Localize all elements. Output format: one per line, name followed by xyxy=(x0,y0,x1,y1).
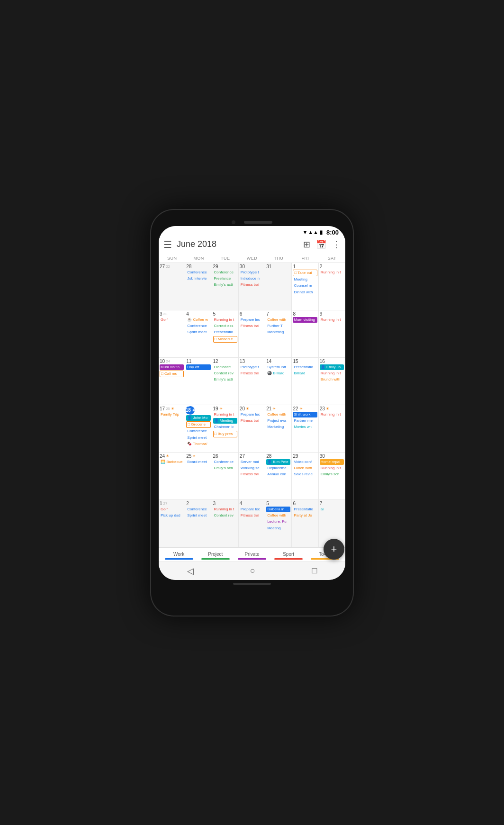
calendar-event[interactable]: Sprint meet xyxy=(186,435,210,441)
calendar-event[interactable]: Sprint meet xyxy=(186,329,210,335)
day-cell[interactable]: 23☀Running in t xyxy=(319,405,345,453)
calendar-event[interactable]: Freelance xyxy=(213,276,237,281)
day-cell[interactable]: 25☀Board meet xyxy=(185,453,212,500)
calendar-event[interactable]: □ Call mu xyxy=(160,371,184,377)
calendar-event[interactable]: Conference xyxy=(213,459,237,465)
calendar-event[interactable]: Correct ess xyxy=(213,323,237,329)
day-cell[interactable]: 1024Mum visitin□ Call mu xyxy=(159,358,185,405)
day-cell[interactable]: 26ConferenceEmily's acti xyxy=(212,453,239,500)
calendar-event[interactable]: Counsel m xyxy=(293,283,317,289)
day-cell[interactable]: 11Day off xyxy=(185,358,212,405)
day-cell[interactable]: 7Coffee withFurther TiMarketing xyxy=(265,310,292,358)
calendar-event[interactable]: Board meet xyxy=(186,459,210,465)
day-cell[interactable]: 1725☀Family Trip xyxy=(159,405,185,453)
category-tab-project[interactable]: Project xyxy=(201,552,230,560)
calendar-event[interactable]: Emily's acti xyxy=(213,377,237,382)
calendar-event[interactable]: Working se xyxy=(240,465,264,471)
calendar-event[interactable]: Sprint meet xyxy=(186,513,210,518)
calendar-event[interactable]: Brunch with xyxy=(320,377,344,382)
day-cell[interactable]: 3Running in tContent rev xyxy=(212,500,239,547)
menu-icon[interactable]: ☰ xyxy=(163,239,172,250)
calendar-event[interactable]: 🎱 Billiard xyxy=(266,371,290,376)
calendar-event[interactable]: Prototype t xyxy=(240,270,264,275)
calendar-event[interactable]: Fitness trai xyxy=(240,513,264,518)
calendar-event[interactable]: 🍫 Thomas' xyxy=(186,441,210,447)
home-button[interactable]: ○ xyxy=(250,566,255,576)
calendar-event[interactable]: Prototype t xyxy=(240,364,264,370)
calendar-event[interactable]: Pick up dad xyxy=(160,513,184,518)
add-event-button[interactable]: + xyxy=(324,539,344,560)
day-cell[interactable]: 16👤 Emily JaRunning in tBrunch with xyxy=(319,358,345,405)
calendar-event[interactable]: Running in t xyxy=(213,412,237,417)
day-cell[interactable]: 13Prototype tFitness trai xyxy=(239,358,265,405)
calendar-event[interactable]: Fitness trai xyxy=(240,282,264,288)
calendar-event[interactable]: Introduce n xyxy=(240,276,264,281)
calendar-event[interactable]: □ Take out xyxy=(293,270,317,276)
category-tab-sport[interactable]: Sport xyxy=(274,552,303,560)
calendar-event[interactable]: Dinner with xyxy=(293,290,317,295)
calendar-event[interactable]: Presentatio xyxy=(293,507,317,512)
calendar-event[interactable]: Meeting xyxy=(266,526,290,531)
calendar-event[interactable]: Project eva xyxy=(266,418,290,424)
day-cell[interactable]: 2722 xyxy=(159,263,185,310)
calendar-event[interactable]: ☕ Coffee w xyxy=(186,317,210,323)
day-cell[interactable]: 20☀Prepare lecFitness trai xyxy=(239,405,265,453)
calendar-event[interactable]: Running in t xyxy=(320,317,344,323)
day-cell[interactable]: 4Prepare lecFitness trai xyxy=(239,500,265,547)
calendar-event[interactable]: Replaceme xyxy=(266,465,290,471)
calendar-event[interactable]: Partner me xyxy=(293,418,317,424)
calendar-event[interactable]: ai xyxy=(320,507,344,512)
day-cell[interactable]: 29ConferenceFreelanceEmily's acti xyxy=(212,263,239,310)
calendar-event[interactable]: Coffee with xyxy=(266,412,290,417)
calendar-event[interactable]: Emily's acti xyxy=(213,282,237,288)
calendar-event[interactable]: Fitness trai xyxy=(240,471,264,477)
calendar-event[interactable]: Coffee with xyxy=(266,513,290,518)
calendar-event[interactable]: Content rev xyxy=(213,513,237,518)
calendar-event[interactable]: Content rev xyxy=(213,371,237,376)
day-cell[interactable]: 28ConferenceJob intervie xyxy=(185,263,212,310)
calendar-event[interactable]: Prepare lec xyxy=(240,412,264,417)
calendar-event[interactable]: 🌅 Barbecue xyxy=(160,459,184,465)
calendar-event[interactable]: Running in t xyxy=(213,317,237,323)
calendar-event[interactable]: Lecture: Fu xyxy=(266,519,290,525)
calendar-event[interactable]: □ Grocerie xyxy=(186,421,210,428)
calendar-event[interactable]: Meeting xyxy=(293,277,317,282)
day-cell[interactable]: 21☀Coffee withProject evaMarketing xyxy=(265,405,292,453)
calendar-event[interactable]: Conference xyxy=(186,507,210,512)
day-cell[interactable]: 5Running in tCorrect essPresentatio□ Mis… xyxy=(212,310,239,358)
calendar-event[interactable]: Annual con xyxy=(266,471,290,477)
calendar-event[interactable]: Fitness trai xyxy=(240,371,264,376)
day-cell[interactable]: 31 xyxy=(265,263,292,310)
calendar-event[interactable]: Conference xyxy=(186,323,210,329)
grid-view-icon[interactable]: ⊞ xyxy=(303,239,310,250)
calendar-event[interactable]: Day off xyxy=(186,364,210,370)
calendar-event[interactable]: Mum visiting xyxy=(293,317,317,323)
day-cell[interactable]: 27Server maiWorking seFitness trai xyxy=(239,453,265,500)
day-cell[interactable]: 19☀Running in t👤 MeetingChairmen b□ Buy … xyxy=(212,405,239,453)
calendar-event[interactable]: Running in t xyxy=(320,412,344,417)
calendar-event[interactable]: 👤 John Mo xyxy=(186,415,210,421)
day-cell[interactable]: 323Golf xyxy=(159,310,185,358)
calendar-event[interactable]: Prepare lec xyxy=(240,507,264,512)
calendar-event[interactable]: Mum visitin xyxy=(160,364,184,370)
day-cell[interactable]: 22☀Shift workPartner meMovies wit xyxy=(292,405,318,453)
day-cell[interactable]: 1□ Take outMeetingCounsel mDinner with xyxy=(292,263,318,310)
calendar-event[interactable]: Running in t xyxy=(320,270,344,275)
calendar-event[interactable]: Emily's acti xyxy=(213,465,237,471)
day-cell[interactable]: 24☀🌅 Barbecue xyxy=(159,453,185,500)
calendar-event[interactable]: Party at Jo xyxy=(293,513,317,518)
calendar-icon[interactable]: 📅 xyxy=(316,239,326,250)
calendar-event[interactable]: Running in t xyxy=(213,507,237,512)
category-tab-work[interactable]: Work xyxy=(165,552,193,560)
calendar-event[interactable]: Fitness trai xyxy=(240,323,264,329)
day-cell[interactable]: 6PresentatioParty at Jo xyxy=(292,500,318,547)
day-cell[interactable]: 14System intr🎱 Billiard xyxy=(265,358,292,405)
day-cell[interactable]: 2Running in t xyxy=(319,263,345,310)
calendar-event[interactable]: Running in t xyxy=(320,371,344,376)
calendar-event[interactable]: Conference xyxy=(186,270,210,275)
calendar-event[interactable]: Golf xyxy=(160,507,184,512)
day-cell[interactable]: 5Isabella in townCoffee withLecture: FuM… xyxy=(265,500,292,547)
calendar-event[interactable]: 👤 Meeting xyxy=(213,418,237,424)
calendar-event[interactable]: Server mai xyxy=(240,459,264,465)
day-cell[interactable]: 18☀👤 John Mo□ GrocerieConferenceSprint m… xyxy=(185,405,212,453)
